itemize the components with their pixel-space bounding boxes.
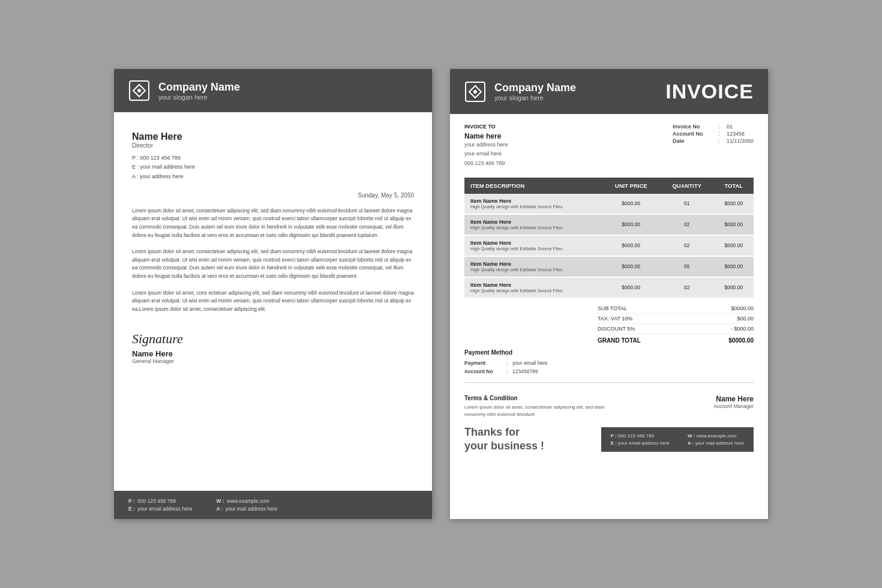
item-price-2: $000.00 bbox=[602, 235, 660, 256]
table-row: Item Name Here High Quality design with … bbox=[464, 277, 754, 298]
body-paragraph-2: Lorem ipsum dolor sit amet, consectetuer… bbox=[132, 248, 414, 280]
tax-label: TAX: VAT 10% bbox=[598, 316, 632, 322]
invoice-title: INVOICE bbox=[665, 80, 754, 103]
signatory-name-left: Name Here bbox=[132, 349, 414, 358]
item-qty-1: 02 bbox=[660, 214, 714, 235]
pages-container: Company Name your slogan here Name Here … bbox=[114, 69, 768, 519]
invoice-logo-icon bbox=[464, 81, 486, 103]
subtotal-value: $0000.00 bbox=[731, 305, 754, 311]
item-name-0: Item Name Here bbox=[470, 198, 596, 204]
item-qty-2: 02 bbox=[660, 235, 714, 256]
item-price-3: $000.00 bbox=[602, 256, 660, 277]
letterhead-page: Company Name your slogan here Name Here … bbox=[114, 69, 432, 519]
thanks-footer: Thanks foryour business ! P : 000 123 45… bbox=[464, 425, 754, 454]
item-qty-0: 01 bbox=[660, 194, 714, 214]
invoice-table: ITEM DESCRIPTION UNIT PRICE QUANTITY TOT… bbox=[464, 178, 754, 299]
table-row: Item Name Here High Quality design with … bbox=[464, 256, 754, 277]
table-row: Item Name Here High Quality design with … bbox=[464, 214, 754, 235]
item-name-1: Item Name Here bbox=[470, 219, 596, 225]
item-desc-4: High Quality design with Editable Source… bbox=[470, 288, 596, 293]
meta-invoice-no: Invoice No : 01 bbox=[673, 124, 754, 130]
meta-account-no: Account No : 123456 bbox=[673, 131, 754, 137]
invoice-to-email: your email here bbox=[464, 149, 508, 158]
sender-phone: P : 000 123 456 789 bbox=[132, 154, 414, 163]
invoice-to-name: Name here bbox=[464, 132, 508, 140]
svg-point-3 bbox=[473, 90, 477, 94]
footer-col-1: P : 000 123 456 789 E : your email addre… bbox=[128, 498, 192, 512]
company-name-right: Company Name bbox=[494, 82, 576, 94]
subtotal-label: SUB TOTAL bbox=[598, 305, 627, 311]
sender-email: E : your mail address here bbox=[132, 163, 414, 172]
totals-section: SUB TOTAL $0000.00 TAX: VAT 10% $00.00 D… bbox=[450, 299, 768, 346]
footer-phone: P : 000 123 456 789 bbox=[128, 498, 192, 504]
terms-block: Terms & Condition Lorem ipsum dolor sit … bbox=[464, 395, 620, 418]
payment-method-row: Payment : your email here bbox=[464, 359, 548, 367]
item-desc-1: High Quality design with Editable Source… bbox=[470, 225, 596, 230]
table-row: Item Name Here High Quality design with … bbox=[464, 194, 754, 214]
payment-account-row: Account No : 123456789 bbox=[464, 367, 548, 376]
sender-title: Director bbox=[132, 142, 414, 149]
tax-value: $00.00 bbox=[737, 316, 754, 322]
item-price-1: $000.00 bbox=[602, 214, 660, 235]
item-desc-2: High Quality design with Editable Source… bbox=[470, 246, 596, 251]
invoice-footer-bar: P : 000 123 456 789 E : your email addre… bbox=[601, 427, 754, 452]
company-slogan-left: your slogan here bbox=[158, 94, 240, 101]
item-total-3: $000.00 bbox=[714, 256, 754, 277]
signature-section: Signature Name Here General Manager bbox=[132, 331, 414, 364]
invoice-header: Company Name your slogan here INVOICE bbox=[450, 69, 768, 114]
subtotal-row: SUB TOTAL $0000.00 bbox=[598, 304, 754, 314]
inv-footer-email: E : your email address here bbox=[611, 440, 670, 446]
item-price-0: $000.00 bbox=[602, 194, 660, 214]
item-name-2: Item Name Here bbox=[470, 240, 596, 246]
company-slogan-right: your slogan here bbox=[494, 94, 576, 101]
payment-account-value: 123456789 bbox=[512, 367, 538, 376]
thanks-text: Thanks foryour business ! bbox=[464, 425, 544, 454]
item-price-4: $000.00 bbox=[602, 277, 660, 298]
signature-text: Signature bbox=[132, 331, 414, 347]
invoice-to-label: INVOICE TO bbox=[464, 124, 508, 130]
invoice-meta: Invoice No : 01 Account No : 123456 Date… bbox=[673, 124, 754, 144]
invoice-header-text: Company Name your slogan here bbox=[494, 82, 576, 101]
col-unit-price: UNIT PRICE bbox=[602, 178, 660, 194]
item-desc-0: High Quality design with Editable Source… bbox=[470, 204, 596, 209]
logo-icon bbox=[128, 80, 150, 101]
letterhead-body: Name Here Director P : 000 123 456 789 E… bbox=[114, 112, 432, 383]
payment-title: Payment Method bbox=[464, 349, 548, 356]
divider bbox=[464, 382, 754, 383]
letterhead-header-text: Company Name your slogan here bbox=[158, 81, 240, 101]
terms-text: Lorem ipsum dolor sit amet, consectetuer… bbox=[464, 404, 620, 418]
discount-value: - $000.00 bbox=[731, 326, 754, 332]
footer-address: A : your mail address here bbox=[216, 506, 277, 512]
grand-total-row: GRAND TOTAL $0000.00 bbox=[598, 335, 754, 346]
sender-info: Name Here Director P : 000 123 456 789 E… bbox=[132, 131, 414, 181]
letterhead-header: Company Name your slogan here bbox=[114, 69, 432, 112]
inv-footer-phone: P : 000 123 456 789 bbox=[611, 433, 670, 439]
inv-footer-website: W : www.example.com bbox=[688, 433, 744, 439]
meta-date: Date : 11/11/2050 bbox=[673, 138, 754, 144]
item-qty-3: 05 bbox=[660, 256, 714, 277]
item-name-4: Item Name Here bbox=[470, 282, 596, 288]
item-total-2: $000.00 bbox=[714, 235, 754, 256]
discount-row: DISCOUNT 5% - $000.00 bbox=[598, 324, 754, 334]
item-name-3: Item Name Here bbox=[470, 261, 596, 267]
body-paragraph-3: Lorem ipsum dolor sit amet, cons ectetue… bbox=[132, 289, 414, 314]
footer-website: W : www.example.com bbox=[216, 498, 277, 504]
payment-value: your email here bbox=[512, 359, 548, 367]
payment-section: Payment Method Payment : your email here… bbox=[464, 349, 548, 376]
body-paragraph-1: Lorem ipsum dolor sit amet, consectetuer… bbox=[132, 207, 414, 239]
invoice-to-address: your address here bbox=[464, 140, 508, 149]
col-description: ITEM DESCRIPTION bbox=[464, 178, 602, 194]
inv-footer-col-2: W : www.example.com A : your mail addres… bbox=[688, 433, 744, 446]
item-total-0: $000.00 bbox=[714, 194, 754, 214]
item-total-4: $000.00 bbox=[714, 277, 754, 298]
terms-title: Terms & Condition bbox=[464, 395, 620, 401]
invoice-info-section: INVOICE TO Name here your address here y… bbox=[450, 114, 768, 178]
grand-label: GRAND TOTAL bbox=[598, 337, 641, 344]
sender-name: Name Here bbox=[132, 131, 414, 142]
table-header-row: ITEM DESCRIPTION UNIT PRICE QUANTITY TOT… bbox=[464, 178, 754, 194]
inv-footer-col-1: P : 000 123 456 789 E : your email addre… bbox=[611, 433, 670, 446]
invoice-to-block: INVOICE TO Name here your address here y… bbox=[464, 124, 508, 168]
inv-footer-address: A : your mail address here bbox=[688, 440, 744, 446]
footer-col-2: W : www.example.com A : your mail addres… bbox=[216, 498, 277, 512]
letter-date: Sunday, May 5, 2050 bbox=[132, 192, 414, 199]
